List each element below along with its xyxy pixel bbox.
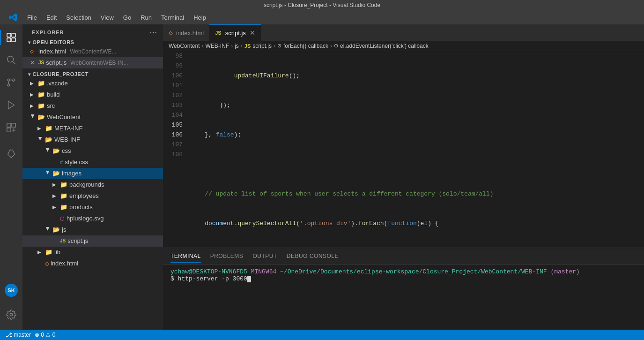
open-editors-section[interactable]: ▾ Open Editors [22, 38, 163, 46]
folder-lib[interactable]: ▶ 📁 lib [22, 247, 163, 258]
menu-help[interactable]: Help [189, 12, 211, 23]
search-icon[interactable] [0, 49, 22, 71]
line-num-107: 107 [163, 140, 183, 150]
open-editor-index-html[interactable]: ◇ index.html WebContent\WE... [22, 46, 163, 57]
line-num-104: 104 [163, 110, 183, 120]
breadcrumb-scriptjs[interactable]: script.js [252, 43, 272, 49]
folder-icon: 📁 [60, 180, 67, 190]
breadcrumb-js[interactable]: js [235, 43, 239, 49]
line-num-98: 98 [163, 51, 183, 61]
activity-bar: SK [0, 24, 22, 330]
line-num-101: 101 [163, 81, 183, 91]
project-arrow: ▾ [28, 72, 31, 77]
avatar[interactable]: SK [5, 284, 18, 297]
menu-run[interactable]: Run [136, 12, 156, 23]
open-editor-path: WebContent\WE... [70, 46, 116, 57]
svg-rect-2 [7, 38, 11, 42]
folder-src[interactable]: ▶ 📁 src [22, 100, 163, 112]
breadcrumb-foreach[interactable]: forEach() callback [283, 43, 328, 49]
svg-rect-0 [7, 33, 11, 37]
open-editors-label: Open Editors [33, 39, 74, 45]
menu-edit[interactable]: Edit [42, 12, 61, 23]
terminal-tab-output[interactable]: OUTPUT [252, 250, 277, 262]
chevron-right-icon: ▶ [30, 78, 36, 89]
folder-products[interactable]: ▶ 📁 products [22, 202, 163, 213]
folder-vscode[interactable]: ▶ 📁 .vscode [22, 78, 163, 89]
svg-point-4 [7, 56, 14, 62]
folder-icon: 📁 [45, 123, 52, 134]
folder-build[interactable]: ▶ 📁 build [22, 89, 163, 100]
code-content: updateUIFailure(); }); }, false); // upd… [186, 51, 644, 237]
file-hpluslogo[interactable]: ⬡ hpluslogo.svg [22, 213, 163, 224]
code-line-100: }, false); [190, 130, 644, 140]
svg-point-6 [7, 79, 10, 81]
folder-icon: 📁 [45, 247, 52, 257]
chevron-right-icon: ▶ [30, 90, 36, 100]
tab-close-button[interactable]: ✕ [250, 30, 255, 36]
folder-js[interactable]: ▶ 📂 js [22, 224, 163, 235]
file-index-html[interactable]: ◇ index.html [22, 258, 163, 269]
folder-images[interactable]: ▶ 📂 images [22, 168, 163, 179]
folder-webinf[interactable]: ▶ 📂 WEB-INF [22, 134, 163, 145]
svg-rect-11 [12, 123, 15, 127]
folder-webcontent[interactable]: ▶ 📂 WebContent [22, 112, 163, 123]
terminal-tab-debug[interactable]: DEBUG CONSOLE [287, 250, 339, 262]
folder-icon: 📁 [37, 78, 45, 89]
file-script-js[interactable]: JS script.js [22, 235, 163, 247]
open-editor-script-name: script.js [46, 58, 67, 68]
breadcrumb-sep1: › [202, 43, 204, 49]
breadcrumb-sep4: › [274, 43, 275, 49]
folder-backgrounds[interactable]: ▶ 📁 backgrounds [22, 179, 163, 190]
open-editor-name: index.html [38, 46, 66, 57]
code-editor[interactable]: 98 99 100 101 102 103 104 105 106 107 10… [163, 51, 644, 237]
line-num-106: 106 [163, 130, 183, 140]
menu-go[interactable]: Go [118, 12, 136, 23]
menu-terminal[interactable]: Terminal [156, 12, 189, 23]
terminal-tabs: TERMINAL PROBLEMS OUTPUT DEBUG CONSOLE [163, 248, 644, 264]
terminal-tab-problems[interactable]: PROBLEMS [210, 250, 244, 262]
folder-metainf-label: META-INF [54, 123, 82, 134]
folder-backgrounds-label: backgrounds [69, 180, 104, 190]
sidebar-more-button[interactable]: ··· [150, 28, 157, 37]
folder-lib-label: lib [54, 247, 60, 257]
chevron-down-icon: ▶ [43, 171, 53, 176]
title-bar: script.js - Closure_Project - Visual Stu… [0, 0, 644, 10]
menu-view[interactable]: View [96, 12, 118, 23]
tab-index-html[interactable]: ◇ index.html [163, 24, 209, 41]
chevron-right-icon: ▶ [52, 191, 58, 201]
tab-script-js-label: script.js [225, 30, 246, 37]
vscode-logo [4, 13, 22, 22]
sidebar-header: Explorer ··· [22, 24, 163, 38]
project-section[interactable]: ▾ CLOSURE_PROJECT [22, 70, 163, 78]
source-control-icon[interactable] [0, 71, 22, 94]
folder-css[interactable]: ▶ 📂 css [22, 145, 163, 157]
open-editor-script-js[interactable]: ✕ JS script.js WebContent\WEB-IN... [22, 57, 163, 68]
breadcrumb-webinf[interactable]: WEB-INF [206, 43, 229, 49]
breadcrumb-webcontent[interactable]: WebContent [169, 43, 200, 49]
svg-rect-1 [12, 33, 15, 37]
menu-file[interactable]: File [22, 12, 42, 23]
terminal-tab-terminal[interactable]: TERMINAL [170, 250, 201, 263]
folder-employees[interactable]: ▶ 📁 employees [22, 190, 163, 202]
menu-selection[interactable]: Selection [61, 12, 96, 23]
breadcrumb-addevent[interactable]: el.addEventListener('click') callback [340, 43, 429, 49]
settings-icon[interactable] [0, 303, 22, 326]
tab-script-js[interactable]: JS script.js ✕ [209, 24, 261, 41]
extensions-icon[interactable] [0, 116, 22, 139]
terminal-content[interactable]: ychaw@DESKTOP-NVN6FD5 MINGW64 ~/OneDrive… [163, 264, 644, 330]
run-debug-icon[interactable] [0, 94, 22, 116]
html-icon: ◇ [30, 46, 37, 57]
folder-webcontent-label: WebContent [47, 112, 81, 122]
file-style-css[interactable]: # style.css [22, 157, 163, 168]
close-tab-icon[interactable]: ✕ [30, 58, 37, 68]
accounts-icon[interactable]: SK [0, 279, 22, 302]
line-num-102: 102 [163, 91, 183, 100]
folder-icon: 📁 [60, 191, 67, 201]
chevron-right-icon: ▶ [30, 101, 36, 111]
status-errors: ⊗ 0 ⚠ 0 [35, 332, 55, 338]
folder-metainf[interactable]: ▶ 📁 META-INF [22, 123, 163, 134]
test-icon[interactable] [0, 143, 22, 165]
code-line-102: // update list of sports when user selec… [190, 189, 644, 199]
explorer-icon[interactable] [0, 26, 22, 49]
terminal-command-line: $ http-server -p 3000 [170, 275, 637, 282]
